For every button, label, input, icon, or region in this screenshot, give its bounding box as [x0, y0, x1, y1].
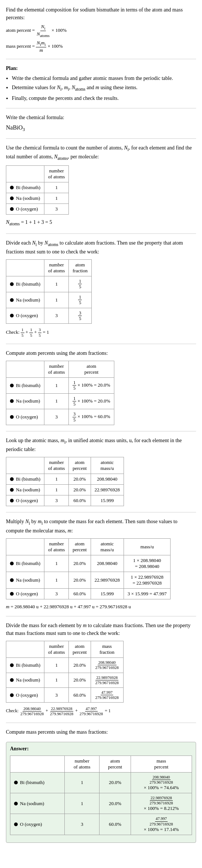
dot-na-2 — [10, 298, 14, 302]
mass-frac-o-value: 47.997 279.96716928 — [95, 690, 119, 700]
col-atom-frac: atomfraction — [69, 260, 91, 276]
element-o-1: O (oxygen) — [6, 204, 44, 215]
element-bi-1: Bi (bismuth) — [6, 182, 44, 193]
mass-percents-intro-section: Compute mass percents using the mass fra… — [6, 728, 196, 736]
n-bi-4: 1 — [44, 474, 69, 485]
pct-na-5: 20.0% — [69, 572, 91, 588]
table-row: O (oxygen) 3 60.0% 47.997 279.96716928 ×… — [10, 814, 192, 835]
plan-header: Plan: — [6, 64, 196, 72]
molecular-mass-total: m = 208.98040 u + 22.98976928 u + 47.997… — [6, 603, 196, 610]
element-o-1-label: O (oxygen) — [16, 206, 38, 212]
n-o-ans: 3 — [65, 814, 100, 835]
mass-percent-fraction: Nimi m — [36, 40, 46, 53]
frac-bi: 1 5 — [69, 276, 91, 292]
mass-calc-bi: 1 × 208.98040 = 208.98040 — [124, 555, 171, 572]
dot-bi-2 — [10, 282, 14, 286]
table-row: Na (sodium) 1 20.0% 22.98976928 — [6, 485, 124, 495]
atomic-mass-bi-5: 208.98040 — [91, 555, 124, 572]
table-row: Bi (bismuth) 1 1 5 — [6, 276, 92, 292]
plan-step-2: Determine values for Ni, mi, Natoms and … — [12, 84, 196, 92]
formula-label: Write the chemical formula: — [6, 114, 196, 121]
element-bi-4: Bi (bismuth) — [6, 474, 44, 485]
mass-percents-intro-text: Compute mass percents using the mass fra… — [6, 728, 196, 736]
atom-fractions-section: Divide each Ni by Natoms to calculate at… — [6, 239, 196, 338]
col-atom-pct-5: atompercent — [69, 538, 91, 555]
mass-frac-check: Check: 208.98040279.96716928 + 22.989769… — [6, 706, 196, 716]
atomic-mass-na-5: 22.98976928 — [91, 572, 124, 588]
intro-title: Find the elemental composition for sodiu… — [6, 6, 196, 21]
element-na-6: Na (sodium) — [6, 673, 44, 687]
element-o-5: O (oxygen) — [6, 588, 44, 599]
mass-frac-bi: 208.98040 279.96716928 — [91, 658, 123, 673]
n-o-1: 3 — [44, 204, 69, 215]
col-num-atoms-5: numberof atoms — [44, 538, 69, 555]
atom-percent-times: × 100% — [51, 27, 67, 33]
element-na-2: Na (sodium) — [6, 292, 44, 308]
element-o-4: O (oxygen) — [6, 495, 44, 506]
dot-na-3 — [10, 399, 14, 403]
element-na-ans: Na (sodium) — [10, 793, 65, 814]
formula-display: NaBiO3 — [6, 124, 196, 132]
mass-frac-bi-value: 208.98040 279.96716928 — [95, 660, 119, 670]
dot-bi-5 — [10, 562, 14, 565]
dot-bi-3 — [10, 384, 14, 387]
frac-o-value: 3 5 — [78, 310, 82, 322]
col-atomic-mass: atomicmass/u — [91, 457, 124, 474]
col-mass-u: mass/u — [124, 538, 171, 555]
n-bi-6: 1 — [44, 658, 69, 673]
col-element-4 — [6, 457, 44, 474]
atomic-masses-description: Look up the atomic mass, mi, in unified … — [6, 437, 196, 453]
mass-frac-o: 47.997 279.96716928 — [91, 687, 123, 702]
atom-percent-equation: atom percent = Ni Natoms × 100% — [6, 24, 196, 38]
table-row: O (oxygen) 3 60.0% 15.999 3 × 15.999 = 4… — [6, 588, 171, 599]
col-atom-pct-ans: atompercent — [100, 756, 131, 772]
dot-o-1 — [10, 207, 14, 211]
n-na-2: 1 — [44, 292, 69, 308]
n-bi-5: 1 — [44, 555, 69, 572]
atom-fractions-table: numberof atoms atomfraction Bi (bismuth)… — [6, 259, 92, 324]
n-bi-1: 1 — [44, 182, 69, 193]
table-row: Bi (bismuth) 1 20.0% 208.98040 1 × 208.9… — [6, 555, 171, 572]
col-element-1 — [6, 166, 44, 182]
pct-o-ans: 60.0% — [100, 814, 131, 835]
atomic-masses-table: numberof atoms atompercent atomicmass/u … — [6, 457, 124, 506]
n-o-2: 3 — [44, 308, 69, 324]
col-element-2 — [6, 260, 44, 276]
atom-fractions-description: Divide each Ni by Natoms to calculate at… — [6, 239, 196, 256]
table-row: O (oxygen) 3 3 5 — [6, 308, 92, 324]
divider-8 — [6, 616, 196, 616]
dot-na-6 — [10, 678, 14, 682]
element-na-3: Na (sodium) — [6, 393, 44, 409]
mass-o: 15.999 — [91, 495, 124, 506]
table-row: Na (sodium) 1 — [6, 193, 69, 204]
molecular-mass-description: Multiply Ni by mi to compute the mass fo… — [6, 518, 196, 534]
mass-na: 22.98976928 — [91, 485, 124, 495]
dot-o-ans — [14, 822, 18, 826]
col-atom-pct: atompercent — [69, 361, 114, 377]
dot-na-1 — [10, 196, 14, 200]
dot-o-6 — [10, 693, 14, 697]
mass-pct-bi-result: × 100% = 74.64% — [144, 785, 179, 790]
dot-o-3 — [10, 415, 14, 419]
divider-7 — [6, 512, 196, 512]
plan-step-3: Finally, compute the percents and check … — [12, 94, 196, 102]
dot-bi-6 — [10, 663, 14, 667]
pct-o-frac: 35 — [73, 411, 76, 423]
plan-list: Write the chemical formula and gather at… — [12, 74, 196, 102]
n-na-6: 1 — [44, 673, 69, 687]
frac-o: 3 5 — [69, 308, 91, 324]
pct-na-ans: 20.0% — [100, 793, 131, 814]
n-o-6: 3 — [44, 687, 69, 702]
pct-o-4: 60.0% — [69, 495, 91, 506]
table-row: Bi (bismuth) 1 15 × 100% = 20.0% — [6, 377, 114, 393]
atom-percent-fraction: Ni Natoms — [36, 24, 50, 38]
mass-fractions-section: Divide the mass for each element by m to… — [6, 622, 196, 717]
table-row: O (oxygen) 3 35 × 100% = 60.0% — [6, 409, 114, 425]
mass-fractions-description: Divide the mass for each element by m to… — [6, 622, 196, 637]
col-atom-pct-6: atompercent — [69, 641, 91, 658]
element-bi-ans: Bi (bismuth) — [10, 772, 65, 793]
element-na-1-label: Na (sodium) — [16, 195, 40, 201]
pct-bi-5: 20.0% — [69, 555, 91, 572]
pct-bi-frac: 15 — [73, 380, 76, 391]
element-bi-2: Bi (bismuth) — [6, 276, 44, 292]
